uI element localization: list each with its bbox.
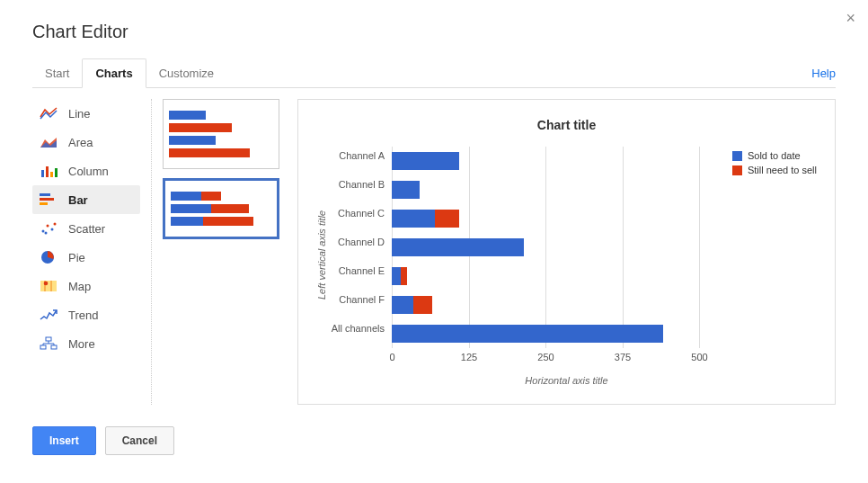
y-label: Channel A [327,147,392,175]
bar-segment [392,210,435,228]
tab-bar: Start Charts Customize Help [32,58,836,88]
bar-segment [392,325,663,343]
sidebar-label: Column [68,165,109,178]
y-label: Channel F [327,291,392,319]
tab-charts[interactable]: Charts [82,58,146,88]
sidebar-label: Map [68,280,91,293]
legend-item: Sold to date [732,150,817,161]
line-chart-icon [40,106,58,121]
legend: Sold to date Still need to sell [732,150,817,179]
sidebar-item-area[interactable]: Area [32,128,140,157]
bar-row [392,319,700,348]
bar-variant-stacked[interactable] [163,178,279,239]
svg-rect-5 [55,168,58,177]
sidebar-label: Trend [68,309,98,322]
legend-item: Still need to sell [732,165,817,175]
svg-point-10 [47,225,49,228]
svg-rect-18 [40,345,46,349]
y-axis-labels: Channel AChannel BChannel CChannel DChan… [327,147,392,362]
sidebar-label: Pie [68,251,85,264]
x-label: 0 [392,352,393,362]
chart-preview: Chart title Sold to date Still need to s… [297,99,836,405]
x-axis-title: Horizontal axis title [316,375,817,386]
bar-segment [392,152,459,170]
chart-variant-thumbnails [163,99,279,405]
y-label: Channel E [327,262,392,291]
tab-start[interactable]: Start [32,59,82,87]
sidebar-item-column[interactable]: Column [32,157,140,185]
more-chart-icon [40,336,58,351]
sidebar-label: Line [68,107,91,121]
y-label: Channel B [327,175,392,204]
svg-rect-2 [41,170,44,177]
svg-rect-15 [40,281,57,291]
bar-row [392,262,700,291]
legend-swatch [732,151,742,161]
svg-rect-7 [40,198,54,201]
svg-rect-6 [40,193,50,196]
sidebar-label: More [68,337,95,351]
x-label: 250 [545,352,546,362]
bar-row [392,291,700,319]
bar-segment [392,238,524,256]
svg-point-12 [54,223,57,226]
bar-chart-icon [40,192,58,207]
sidebar-item-trend[interactable]: Trend [32,300,140,329]
svg-point-16 [44,282,49,286]
svg-rect-8 [40,202,48,205]
scatter-chart-icon [40,221,58,236]
sidebar-label: Scatter [68,222,105,236]
column-chart-icon [40,164,58,178]
bar-segment [392,296,413,314]
sidebar-item-more[interactable]: More [32,329,140,358]
sidebar-item-line[interactable]: Line [32,99,140,128]
svg-rect-17 [46,337,51,341]
y-label: Channel C [327,204,392,233]
sidebar-label: Bar [68,193,88,207]
svg-rect-4 [50,172,53,177]
dialog-footer: Insert Cancel [32,426,836,455]
bar-row [392,147,700,175]
bar-segment [392,267,401,285]
svg-rect-19 [51,345,57,349]
bars-container [392,147,700,348]
sidebar-item-map[interactable]: Map [32,272,140,300]
bar-segment [413,296,432,314]
cancel-button[interactable]: Cancel [105,426,174,455]
legend-label: Sold to date [748,150,801,161]
close-icon[interactable]: × [846,9,855,28]
y-label: All channels [327,319,392,348]
svg-point-13 [45,232,48,235]
bar-row [392,175,700,204]
vertical-divider [151,99,152,405]
insert-button[interactable]: Insert [32,426,96,455]
x-label: 500 [699,352,700,362]
sidebar-item-pie[interactable]: Pie [32,243,140,272]
legend-swatch [732,165,742,175]
y-label: Channel D [327,233,392,262]
bar-variant-grouped[interactable] [163,99,279,169]
sidebar-item-scatter[interactable]: Scatter [32,214,140,243]
svg-point-9 [42,230,45,233]
help-link[interactable]: Help [811,59,836,87]
trend-chart-icon [40,308,58,322]
chart-type-sidebar: Line Area Column Bar Scatter Pie [32,99,140,405]
x-label: 375 [623,352,624,362]
x-label: 125 [469,352,470,362]
svg-point-11 [51,228,54,231]
bar-row [392,233,700,262]
tab-customize[interactable]: Customize [146,59,226,87]
map-chart-icon [40,279,58,293]
dialog-title: Chart Editor [32,22,836,42]
area-chart-icon [40,135,58,149]
legend-label: Still need to sell [748,165,817,175]
bar-segment [392,181,420,199]
bar-segment [401,267,407,285]
sidebar-item-bar[interactable]: Bar [32,185,140,214]
chart-title: Chart title [316,118,817,132]
bar-segment [435,210,459,228]
y-axis-title: Left vertical axis title [316,147,327,362]
svg-rect-3 [46,166,49,177]
pie-chart-icon [40,250,58,264]
sidebar-label: Area [68,136,93,149]
